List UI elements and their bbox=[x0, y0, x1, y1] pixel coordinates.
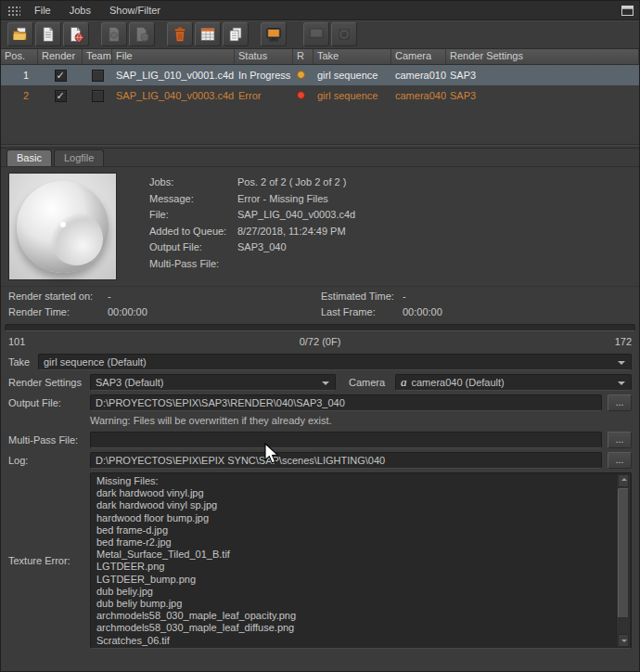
detail-label: Output File: bbox=[149, 239, 237, 256]
start-rendering-button[interactable] bbox=[261, 22, 287, 46]
window-dock-icon[interactable] bbox=[621, 6, 634, 16]
drag-grip-icon[interactable] bbox=[6, 5, 20, 16]
render-time-value: 00:00:00 bbox=[108, 306, 321, 317]
output-file-label: Output File: bbox=[8, 397, 84, 408]
col-status[interactable]: Status bbox=[235, 49, 293, 64]
table-remove-icon bbox=[199, 26, 216, 43]
texture-error-line: archmodels58_030_maple_leaf_diffuse.png bbox=[96, 622, 612, 634]
col-pos[interactable]: Pos. bbox=[1, 49, 38, 64]
cell-camera: camera010 bbox=[391, 70, 446, 81]
col-file[interactable]: File bbox=[112, 49, 235, 64]
cell-camera: camera040 bbox=[391, 90, 446, 101]
status-dot-error bbox=[297, 91, 305, 99]
detail-value: 8/27/2018, 11:24:49 PM bbox=[237, 224, 346, 240]
cell-render-settings: SAP3 bbox=[446, 70, 639, 81]
render-stats: Render started on: - Estimated Time: - R… bbox=[1, 286, 639, 321]
render-checkbox[interactable]: ✓ bbox=[55, 90, 67, 102]
texture-error-line: dark hardwood vinyl.jpg bbox=[96, 487, 612, 499]
preview-thumbnail bbox=[8, 173, 117, 280]
cell-status: In Progress bbox=[235, 70, 293, 81]
scrollbar[interactable] bbox=[616, 474, 630, 647]
overwrite-warning: Warning: Files will be overwritten if th… bbox=[90, 415, 632, 428]
texture-error-line: Metal_Surface_Tiled_01_B.tif bbox=[96, 549, 612, 561]
detail-label: Message: bbox=[149, 191, 237, 208]
detail-value: Error - Missing Files bbox=[237, 191, 328, 208]
frame-range-row: 101 0/72 (0F) 172 bbox=[1, 333, 639, 350]
table-row[interactable]: 2 ✓ SAP_LIG_040_v0003.c4d Error girl seq… bbox=[1, 85, 639, 106]
texture-error-line: LGTDEER_bump.png bbox=[96, 574, 612, 586]
log-browse-button[interactable]: ... bbox=[608, 452, 632, 469]
detail-row: Message: Error - Missing Files bbox=[149, 191, 355, 208]
tab-basic[interactable]: Basic bbox=[6, 149, 52, 166]
camera-value: camera040 (Default) bbox=[412, 377, 505, 388]
scroll-up-icon[interactable] bbox=[618, 474, 629, 487]
tab-logfile[interactable]: Logfile bbox=[54, 149, 104, 166]
render-settings-dropdown[interactable]: SAP3 (Default) bbox=[90, 374, 336, 391]
col-camera[interactable]: Camera bbox=[391, 49, 446, 64]
menu-file[interactable]: File bbox=[26, 3, 59, 18]
render-job-button bbox=[101, 22, 127, 46]
camera-object-icon: a bbox=[401, 375, 407, 390]
col-render-settings[interactable]: Render Settings bbox=[446, 49, 639, 64]
detail-value: SAP3_040 bbox=[237, 239, 287, 256]
col-render[interactable]: Render bbox=[38, 49, 83, 64]
output-file-input[interactable] bbox=[90, 394, 602, 411]
menu-show-filter[interactable]: Show/Filter bbox=[101, 3, 169, 18]
team-checkbox[interactable] bbox=[92, 90, 104, 102]
stop-render-icon bbox=[308, 26, 325, 43]
table-empty-area bbox=[1, 106, 639, 144]
render-checkbox[interactable]: ✓ bbox=[55, 70, 67, 82]
texture-error-label: Texture Error: bbox=[8, 555, 84, 566]
render-settings-row: Render Settings SAP3 (Default) Camera a … bbox=[8, 374, 632, 391]
progress-status: 0/72 (0F) bbox=[1, 336, 639, 347]
col-team[interactable]: Team bbox=[83, 49, 112, 64]
job-details: Jobs: Pos. 2 of 2 ( Job 2 of 2 ) Message… bbox=[149, 173, 355, 280]
open-file-button[interactable] bbox=[7, 22, 33, 46]
team-checkbox[interactable] bbox=[92, 70, 104, 82]
open-picture-viewer-button bbox=[331, 22, 357, 46]
detail-row: Jobs: Pos. 2 of 2 ( Job 2 of 2 ) bbox=[149, 174, 355, 191]
detail-row: Added to Queue: 8/27/2018, 11:24:49 PM bbox=[149, 224, 355, 240]
progress-bar bbox=[5, 324, 635, 331]
detail-value: SAP_LIG_040_v0003.c4d bbox=[237, 207, 355, 224]
render-started-label: Render started on: bbox=[8, 291, 108, 302]
texture-error-line: Metal_06_Tiled_B.tif bbox=[96, 647, 612, 649]
detail-label: Multi-Pass File: bbox=[149, 256, 237, 273]
output-file-browse-button[interactable]: ... bbox=[608, 394, 632, 411]
log-input[interactable] bbox=[90, 452, 602, 469]
table-row[interactable]: 1 ✓ SAP_LIG_010_v0001.c4d In Progress gi… bbox=[1, 65, 639, 85]
delete-job-button[interactable] bbox=[167, 22, 193, 46]
scrollbar-thumb[interactable] bbox=[618, 488, 629, 618]
scroll-down-icon[interactable] bbox=[618, 634, 629, 647]
cell-team bbox=[83, 90, 112, 102]
add-team-job-button[interactable] bbox=[63, 22, 89, 46]
col-r[interactable]: R bbox=[293, 49, 314, 64]
texture-error-line: dark hardwood vinyl sp.jpg bbox=[96, 499, 612, 511]
remove-finished-jobs-button[interactable] bbox=[195, 22, 221, 46]
stop-rendering-button bbox=[303, 22, 329, 46]
take-dropdown[interactable]: girl sequence (Default) bbox=[38, 354, 632, 370]
cell-team bbox=[83, 70, 112, 82]
copy-jobs-button[interactable] bbox=[223, 22, 249, 46]
texture-error-line: dub beliy.jpg bbox=[96, 586, 612, 598]
camera-dropdown[interactable]: a camera040 (Default) bbox=[395, 374, 632, 391]
render-monitor-icon bbox=[265, 26, 282, 43]
table-header: Pos. Render Team File Status R Take Came… bbox=[1, 49, 639, 65]
menu-jobs[interactable]: Jobs bbox=[61, 3, 99, 18]
log-row: Log: ... bbox=[8, 452, 632, 469]
multi-pass-browse-button[interactable]: ... bbox=[608, 432, 632, 448]
detail-row: Output File: SAP3_040 bbox=[149, 239, 355, 256]
job-info-panel: Jobs: Pos. 2 of 2 ( Job 2 of 2 ) Message… bbox=[1, 167, 639, 286]
cell-render-settings: SAP3 bbox=[446, 90, 639, 101]
trash-icon bbox=[172, 26, 188, 43]
texture-error-box[interactable]: Missing Files: dark hardwood vinyl.jpg d… bbox=[90, 472, 632, 649]
render-settings-label: Render Settings bbox=[8, 377, 84, 388]
take-label: Take bbox=[8, 356, 32, 368]
cell-r bbox=[293, 70, 314, 81]
col-take[interactable]: Take bbox=[314, 49, 391, 64]
add-job-button[interactable] bbox=[35, 22, 61, 46]
multi-pass-file-input[interactable] bbox=[90, 432, 602, 448]
output-file-row: Output File: ... bbox=[8, 394, 632, 411]
take-row: Take girl sequence (Default) bbox=[8, 354, 632, 370]
detail-label: File: bbox=[149, 207, 237, 224]
